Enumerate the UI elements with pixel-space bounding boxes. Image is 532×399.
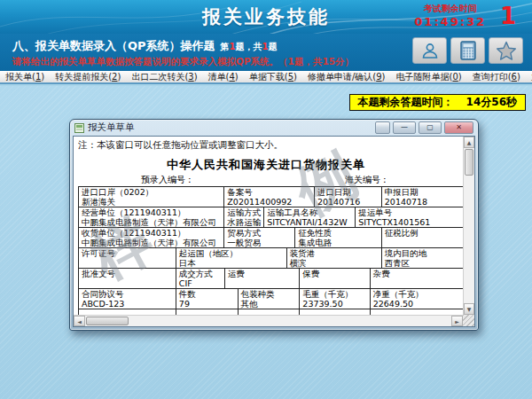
table-row-6: 合同协议号ABCD-123件数79包装种类其他毛重（千克）23739.50净重（… <box>79 289 466 309</box>
window-icon <box>74 123 84 133</box>
horizontal-scroll-thumb[interactable] <box>86 317 129 325</box>
desktop: 本题剩余答题时间： 14分56秒 报关单草单 — ▢ ✕ 注 <box>0 86 532 399</box>
window-controls: — ▢ ✕ <box>375 121 473 134</box>
form-cell: 毛重（千克）23739.50 <box>300 289 370 309</box>
task-title-text: 八、报关单数据录入（QP系统）操作题 <box>12 39 215 52</box>
calculator-icon <box>459 41 477 60</box>
draft-declaration-window: 报关单草单 — ▢ ✕ 注：本该窗口可以任意拖动位置或调整窗口大小。 中华人民共… <box>69 119 479 331</box>
header-toolbar <box>412 37 523 64</box>
minimize-icon: — <box>401 123 408 131</box>
menu-item-5[interactable]: 单据下载(5) <box>244 71 302 83</box>
form-cell: 装货港横滨 <box>287 248 382 269</box>
pre-entry-number-label: 预录入编号： <box>141 174 194 186</box>
page-indicator: 1 <box>500 3 516 29</box>
scroll-left-button[interactable]: ◄ <box>74 316 85 326</box>
form-cell: 杂费 <box>371 269 466 289</box>
pin-button[interactable] <box>375 121 390 134</box>
scroll-right-button[interactable]: ► <box>451 316 463 326</box>
star-icon <box>496 41 517 61</box>
form-cell: 保费 <box>300 269 370 289</box>
menu-item-7[interactable]: 电子随附单据(0) <box>391 71 467 83</box>
form-cell: 包装种类其他 <box>239 289 301 309</box>
form-cell: 贸易方式一般贸易 <box>224 228 295 248</box>
form-cell: 件数79 <box>176 289 239 309</box>
form-cell: 申报日期20140718 <box>382 187 466 207</box>
form-cell: 境内目的地西青区 <box>382 248 466 269</box>
menu-bar: 报关单(1)转关提前报关(2)出口二次转关(3)清单(4)单据下载(5)修撤单申… <box>0 71 532 84</box>
exam-timer-value: 01:49:32 <box>414 15 486 28</box>
customs-number-label: 海关编号： <box>345 174 389 186</box>
question-number: 1 <box>230 42 236 51</box>
exam-timer-label: 考试剩余时间 <box>414 3 486 15</box>
vertical-scrollbar[interactable]: ▲ ▼ <box>463 137 474 315</box>
form-cell: 合同协议号ABCD-123 <box>79 289 176 309</box>
menu-item-3[interactable]: 出口二次转关(3) <box>126 71 202 83</box>
form-cell: 许可证号 <box>79 248 176 269</box>
user-button[interactable] <box>412 37 447 64</box>
horizontal-scrollbar[interactable]: ◄ ► <box>74 315 463 326</box>
form-cell: 提运单号SITYCTX1401561 <box>356 207 466 228</box>
question-timer: 本题剩余答题时间： 14分56秒 <box>349 94 526 111</box>
menu-item-6[interactable]: 修撤单申请/确认(9) <box>302 71 391 83</box>
scroll-left-icon: ◄ <box>77 318 82 325</box>
maximize-button[interactable]: ▢ <box>419 121 442 134</box>
form-cell: 起运国（地区）日本 <box>176 248 287 269</box>
close-icon: ✕ <box>456 123 462 131</box>
question-timer-value: 14分56秒 <box>466 95 517 110</box>
declaration-title: 中华人民共和国海关进口货物报关单 <box>74 157 458 173</box>
scroll-up-icon: ▲ <box>467 139 472 145</box>
table-row-4: 许可证号起运国（地区）日本装货港横滨境内目的地西青区 <box>79 248 466 269</box>
user-icon <box>420 41 440 60</box>
menu-item-4[interactable]: 清单(4) <box>203 71 244 83</box>
minimize-button[interactable]: — <box>393 121 416 134</box>
form-cell: 收货单位（1211940311）中鹏集成电路制造（天津）有限公司 <box>79 228 224 248</box>
table-row-1: 进口口岸（0202）新港海关备案号Z02011400992进口日期2014071… <box>79 187 466 207</box>
close-button[interactable]: ✕ <box>444 121 473 134</box>
application-root: 报关业务技能 考试剩余时间 01:49:32 1 八、报关单数据录入（QP系统）… <box>0 0 532 399</box>
question-progress: 第1题，共1题 <box>221 42 278 51</box>
app-header: 报关业务技能 考试剩余时间 01:49:32 1 <box>0 0 532 34</box>
calculator-button[interactable] <box>450 37 485 64</box>
menu-item-1[interactable]: 报关单(1) <box>0 71 50 83</box>
form-cell: 进口日期20140716 <box>315 187 382 207</box>
form-cell: 经营单位（1211940311）中鹏集成电路制造（天津）有限公司 <box>79 207 224 228</box>
form-cell: 征免性质集成电路 <box>295 228 382 248</box>
exam-timer: 考试剩余时间 01:49:32 <box>414 3 486 28</box>
form-cell: 备案号Z02011400992 <box>224 187 315 207</box>
menu-item-9[interactable]: 业务统计(7) <box>526 71 532 83</box>
table-row-2: 经营单位（1211940311）中鹏集成电路制造（天津）有限公司运输方式水路运输… <box>79 207 466 228</box>
question-timer-label: 本题剩余答题时间： <box>358 95 454 110</box>
resize-grip[interactable] <box>463 315 474 326</box>
task-panel: 八、报关单数据录入（QP系统）操作题第1题，共1题 请将给出的报关单草单数据按答… <box>0 34 532 71</box>
star-button[interactable] <box>489 37 523 64</box>
scroll-right-icon: ► <box>455 318 459 325</box>
scroll-up-button[interactable]: ▲ <box>464 137 474 148</box>
scroll-down-icon: ▼ <box>467 306 472 312</box>
form-cell: 运输工具名称SITCYANTAI/1432W <box>264 207 356 228</box>
declaration-table: 进口口岸（0202）新港海关备案号Z02011400992进口日期2014071… <box>78 186 466 317</box>
task-instruction: 请将给出的报关单草单数据按答题说明的要求录入模拟QP系统。（1题，共15分） <box>12 56 354 68</box>
form-cell: 净重（千克）22649.50 <box>371 289 466 309</box>
window-client-area: 注：本该窗口可以任意拖动位置或调整窗口大小。 中华人民共和国海关进口货物报关单 … <box>73 136 475 327</box>
task-title: 八、报关单数据录入（QP系统）操作题第1题，共1题 <box>12 38 278 54</box>
table-row-3: 收货单位（1211940311）中鹏集成电路制造（天津）有限公司贸易方式一般贸易… <box>79 228 466 248</box>
menu-item-8[interactable]: 查询打印(6) <box>467 71 526 83</box>
form-cell: 运费 <box>225 269 301 289</box>
form-cell: 成交方式CIF <box>176 269 225 289</box>
vertical-scroll-thumb[interactable] <box>465 149 473 176</box>
form-cell: 征税比例 <box>382 228 466 248</box>
table-row-5: 批准文号成交方式CIF运费保费杂费 <box>79 269 466 289</box>
window-title: 报关单草单 <box>88 121 135 134</box>
menu-item-2[interactable]: 转关提前报关(2) <box>50 71 126 83</box>
form-cell: 进口口岸（0202）新港海关 <box>79 187 224 207</box>
maximize-icon: ▢ <box>426 123 434 131</box>
scroll-down-button[interactable]: ▼ <box>464 303 474 315</box>
form-cell: 批准文号 <box>79 269 176 289</box>
window-note: 注：本该窗口可以任意拖动位置或调整窗口大小。 <box>78 139 283 152</box>
declaration-number-row: 预录入编号： 海关编号： <box>74 174 458 184</box>
question-total: 1 <box>262 42 269 51</box>
window-titlebar[interactable]: 报关单草单 — ▢ ✕ <box>70 120 478 136</box>
form-cell: 运输方式水路运输 <box>224 207 264 228</box>
